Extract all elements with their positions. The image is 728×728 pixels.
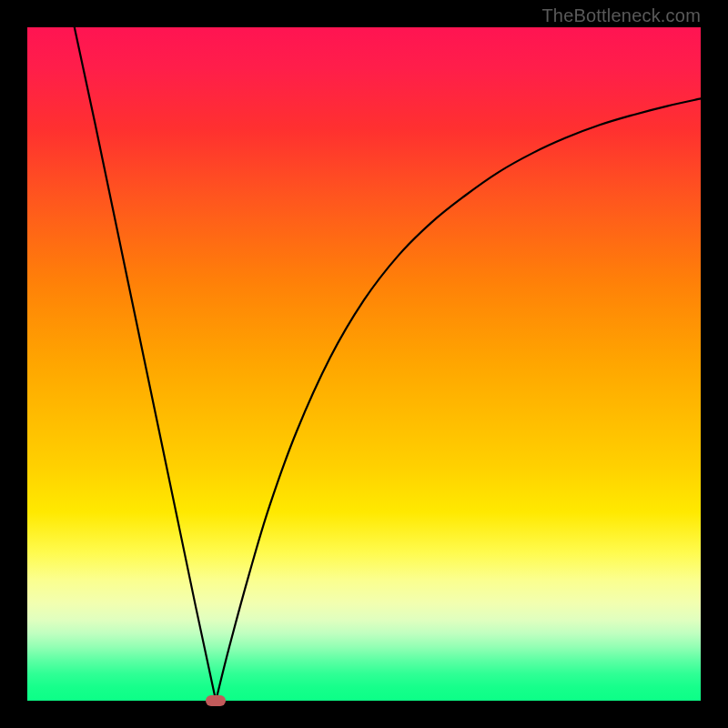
plot-area: [27, 27, 701, 701]
min-marker: [206, 695, 226, 706]
curve-left-branch: [75, 27, 216, 701]
curve-right-branch: [216, 98, 701, 701]
chart-frame: TheBottleneck.com: [0, 0, 728, 728]
watermark-text: TheBottleneck.com: [541, 5, 701, 26]
curve-svg: [27, 27, 701, 701]
